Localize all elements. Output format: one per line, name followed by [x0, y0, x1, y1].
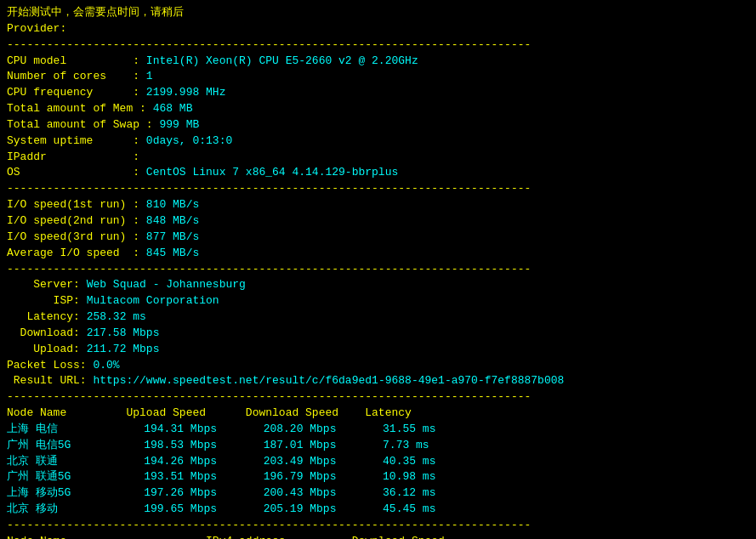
system-info-row: Total amount of Swap : 999 MB: [7, 117, 749, 133]
speedtest-row: Result URL: https://www.speedtest.net/re…: [7, 373, 749, 389]
io-info-row: Average I/O speed : 845 MB/s: [7, 246, 749, 262]
node-table1-row: 上海 电信 194.31 Mbps 208.20 Mbps 31.55 ms: [7, 422, 749, 438]
divider3: ----------------------------------------…: [7, 262, 749, 278]
io-info-row: I/O speed(3rd run) : 877 MB/s: [7, 230, 749, 246]
node-table1-row: 北京 移动 199.65 Mbps 205.19 Mbps 45.45 ms: [7, 502, 749, 518]
node-table1-block: Node Name Upload Speed Download Speed La…: [7, 406, 749, 518]
speedtest-row: Server: Web Squad - Johannesburg: [7, 277, 749, 293]
node-table1-row: 广州 电信5G 198.53 Mbps 187.01 Mbps 7.73 ms: [7, 438, 749, 454]
node-table1-row: 北京 联通 194.26 Mbps 203.49 Mbps 40.35 ms: [7, 454, 749, 470]
divider5: ----------------------------------------…: [7, 518, 749, 534]
system-info-row: OS : CentOS Linux 7 x86_64 4.14.129-bbrp…: [7, 165, 749, 181]
system-info-row: System uptime : 0days, 0:13:0: [7, 133, 749, 150]
speedtest-row: Latency: 258.32 ms: [7, 309, 749, 326]
speedtest-row: Upload: 211.72 Mbps: [7, 342, 749, 358]
node-table1-header: Node Name Upload Speed Download Speed La…: [7, 406, 749, 422]
system-info-row: Total amount of Mem : 468 MB: [7, 101, 749, 117]
io-info-row: I/O speed(1st run) : 810 MB/s: [7, 197, 749, 213]
header-line1: 开始测试中，会需要点时间，请稍后: [7, 5, 749, 21]
provider-label: Provider:: [7, 21, 749, 37]
speedtest-row: Packet Loss: 0.0%: [7, 358, 749, 374]
divider4: ----------------------------------------…: [7, 389, 749, 406]
node-table2-block: Node Name IPv4 address Download SpeedCac…: [7, 534, 749, 539]
node-table1-row: 广州 联通5G 193.51 Mbps 196.79 Mbps 10.98 ms: [7, 469, 749, 485]
system-info-row: CPU frequency : 2199.998 MHz: [7, 85, 749, 101]
system-info-row: IPaddr :: [7, 150, 749, 166]
system-info: CPU model : Intel(R) Xeon(R) CPU E5-2660…: [7, 54, 749, 182]
divider1: ----------------------------------------…: [7, 37, 749, 54]
speedtest-row: Download: 217.58 Mbps: [7, 326, 749, 342]
system-info-row: Number of cores : 1: [7, 69, 749, 85]
speedtest-row: ISP: Multacom Corporation: [7, 293, 749, 309]
io-info-row: I/O speed(2nd run) : 848 MB/s: [7, 213, 749, 230]
speedtest-block: Server: Web Squad - Johannesburg ISP: Mu…: [7, 277, 749, 389]
io-info: I/O speed(1st run) : 810 MB/sI/O speed(2…: [7, 197, 749, 261]
system-info-row: CPU model : Intel(R) Xeon(R) CPU E5-2660…: [7, 54, 749, 70]
node-table2-header: Node Name IPv4 address Download Speed: [7, 534, 749, 539]
divider2: ----------------------------------------…: [7, 181, 749, 197]
node-table1-row: 上海 移动5G 197.26 Mbps 200.43 Mbps 36.12 ms: [7, 485, 749, 502]
